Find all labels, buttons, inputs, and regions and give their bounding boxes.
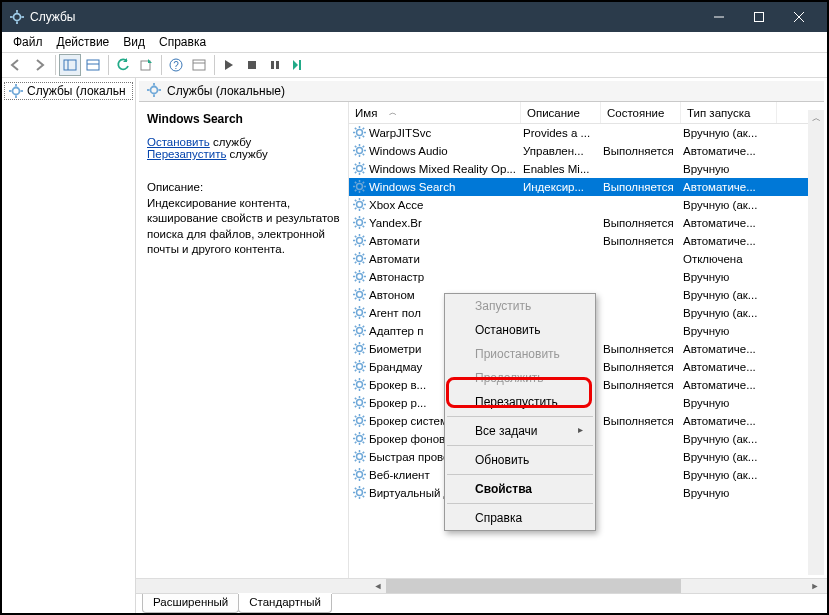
svg-point-176	[357, 417, 363, 423]
cell-state: Выполняется	[601, 379, 681, 391]
svg-point-59	[357, 183, 363, 189]
scrollbar-horizontal[interactable]: ◄ ►	[136, 578, 827, 593]
col-desc[interactable]: Описание	[521, 102, 601, 123]
view-list-icon[interactable]	[82, 54, 104, 76]
svg-line-201	[363, 451, 364, 452]
start-service-icon[interactable]	[218, 54, 240, 76]
col-name[interactable]: Имя︿	[349, 102, 521, 123]
gear-icon	[351, 306, 369, 321]
table-row[interactable]: АвтоматиВыполняетсяАвтоматиче...	[349, 232, 824, 250]
table-row[interactable]: Windows SearchИндексир...ВыполняетсяАвто…	[349, 178, 824, 196]
scrollbar-thumb[interactable]	[386, 579, 681, 593]
minimize-button[interactable]	[699, 2, 739, 32]
gear-icon	[351, 342, 369, 357]
cell-start: Автоматиче...	[681, 145, 777, 157]
pause-service-icon[interactable]	[264, 54, 286, 76]
pane-header-label: Службы (локальные)	[167, 84, 285, 98]
menu-file[interactable]: Файл	[6, 34, 50, 50]
tab-extended[interactable]: Расширенный	[142, 594, 239, 613]
gear-icon	[351, 198, 369, 213]
table-row[interactable]: WarpJITSvcProvides a ...Вручную (ак...	[349, 124, 824, 142]
tool-bar: ?	[2, 52, 827, 78]
context-menu-item[interactable]: Обновить	[445, 448, 595, 472]
svg-line-147	[363, 343, 364, 344]
cell-start: Вручную	[681, 487, 777, 499]
gear-icon	[351, 360, 369, 375]
svg-point-32	[357, 129, 363, 135]
chevron-up-icon[interactable]: ︿	[808, 110, 824, 126]
forward-icon[interactable]	[29, 54, 51, 76]
svg-rect-21	[299, 60, 301, 70]
svg-rect-18	[248, 61, 256, 69]
table-row[interactable]: Xbox AcceВручную (ак...	[349, 196, 824, 214]
restart-service-icon[interactable]	[287, 54, 309, 76]
table-row[interactable]: Yandex.BrВыполняетсяАвтоматиче...	[349, 214, 824, 232]
cell-start: Вручную	[681, 325, 777, 337]
svg-line-148	[355, 351, 356, 352]
svg-line-154	[355, 361, 356, 362]
table-row[interactable]: АвтонастрВручную	[349, 268, 824, 286]
menu-action[interactable]: Действие	[50, 34, 117, 50]
tree-item-services[interactable]: Службы (локальн	[4, 82, 133, 100]
cell-start: Вручную	[681, 271, 777, 283]
stop-service-icon[interactable]	[241, 54, 263, 76]
stop-suffix: службу	[210, 136, 251, 148]
context-menu-item[interactable]: Свойства	[445, 477, 595, 501]
context-menu-separator	[447, 416, 593, 417]
gear-icon	[351, 252, 369, 267]
menu-bar: Файл Действие Вид Справка	[2, 32, 827, 52]
menu-view[interactable]: Вид	[116, 34, 152, 50]
cell-start: Автоматиче...	[681, 415, 777, 427]
cell-start: Вручную	[681, 397, 777, 409]
maximize-button[interactable]	[739, 2, 779, 32]
gear-icon	[351, 234, 369, 249]
context-menu-item[interactable]: Все задачи	[445, 419, 595, 443]
view-details-icon[interactable]	[59, 54, 81, 76]
scrollbar-vertical[interactable]: ︿	[808, 110, 824, 575]
svg-line-127	[355, 307, 356, 308]
table-row[interactable]: АвтоматиОтключена	[349, 250, 824, 268]
cell-name: WarpJITSvc	[369, 127, 431, 139]
context-menu-item[interactable]: Перезапустить	[445, 390, 595, 414]
export-icon[interactable]	[135, 54, 157, 76]
svg-rect-6	[755, 13, 764, 22]
svg-point-194	[357, 453, 363, 459]
help-icon[interactable]: ?	[165, 54, 187, 76]
chevron-left-icon[interactable]: ◄	[370, 579, 386, 593]
svg-line-146	[363, 351, 364, 352]
svg-line-112	[355, 279, 356, 280]
menu-help[interactable]: Справка	[152, 34, 213, 50]
detail-pane: Windows Search Остановить службу Перезап…	[139, 102, 349, 578]
refresh-icon[interactable]	[112, 54, 134, 76]
context-menu-item[interactable]: Остановить	[445, 318, 595, 342]
table-row[interactable]: Windows AudioУправлен...ВыполняетсяАвтом…	[349, 142, 824, 160]
svg-point-104	[357, 273, 363, 279]
svg-line-93	[363, 235, 364, 236]
stop-service-link[interactable]: Остановить	[147, 136, 210, 148]
cell-start: Вручную (ак...	[681, 451, 777, 463]
table-row[interactable]: Windows Mixed Reality Op...Enables Mi...…	[349, 160, 824, 178]
col-state[interactable]: Состояние	[601, 102, 681, 123]
close-button[interactable]	[779, 2, 819, 32]
svg-point-0	[14, 14, 21, 21]
svg-rect-19	[271, 61, 274, 69]
svg-point-113	[357, 291, 363, 297]
cell-start: Вручную	[681, 163, 777, 175]
svg-line-73	[355, 199, 356, 200]
context-menu-item[interactable]: Справка	[445, 506, 595, 530]
svg-line-136	[355, 325, 356, 326]
cell-name: Windows Search	[369, 181, 455, 193]
svg-rect-9	[64, 60, 76, 70]
props-icon[interactable]	[188, 54, 210, 76]
svg-line-121	[355, 297, 356, 298]
svg-line-139	[355, 333, 356, 334]
back-icon[interactable]	[6, 54, 28, 76]
svg-line-100	[355, 253, 356, 254]
svg-line-220	[355, 495, 356, 496]
col-start[interactable]: Тип запуска	[681, 102, 777, 123]
cell-name: Брокер р...	[369, 397, 426, 409]
restart-service-link[interactable]: Перезапустить	[147, 148, 226, 160]
tab-standard[interactable]: Стандартный	[238, 594, 332, 613]
chevron-right-icon[interactable]: ►	[807, 579, 823, 593]
svg-point-95	[357, 255, 363, 261]
